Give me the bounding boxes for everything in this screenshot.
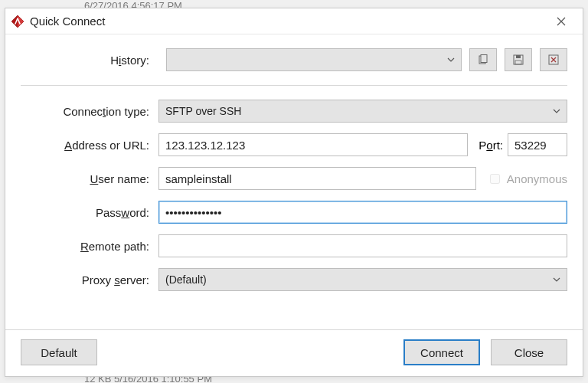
history-row: History: [21, 48, 567, 86]
port-label: Port: [468, 139, 508, 152]
proxy-value: (Default) [165, 273, 207, 286]
remote-path-label: Remote path: [21, 240, 158, 253]
chevron-down-icon [553, 277, 560, 282]
username-input[interactable] [158, 167, 476, 190]
address-label: Address or URL: [21, 139, 158, 152]
chevron-down-icon [553, 109, 560, 113]
history-combo[interactable] [166, 48, 462, 71]
dialog-footer: Default Connect Close [5, 329, 583, 376]
password-input[interactable] [158, 201, 567, 224]
delete-icon [548, 54, 559, 65]
connection-type-label: Connection type: [21, 105, 158, 118]
chevron-down-icon [447, 57, 455, 62]
connection-type-row: Connection type: SFTP over SSH [21, 100, 567, 123]
proxy-label: Proxy server: [21, 273, 158, 286]
anonymous-label: Anonymous [507, 172, 567, 185]
default-button[interactable]: Default [21, 339, 97, 365]
dialog-content: History: [5, 34, 583, 329]
address-row: Address or URL: Port: [21, 133, 567, 156]
password-label: Password: [21, 206, 158, 219]
copy-icon [478, 54, 488, 65]
titlebar: Quick Connect [5, 8, 583, 34]
close-window-button[interactable] [546, 11, 577, 32]
username-row: User name: Anonymous [21, 167, 567, 190]
proxy-row: Proxy server: (Default) [21, 268, 567, 291]
password-row: Password: [21, 201, 567, 224]
username-label: User name: [21, 172, 158, 185]
window-title: Quick Connect [30, 15, 546, 28]
anonymous-checkbox [490, 174, 500, 184]
history-label: History: [21, 54, 158, 67]
history-save-button[interactable] [505, 48, 532, 71]
svg-rect-1 [481, 55, 487, 63]
history-copy-button[interactable] [469, 48, 497, 71]
connection-type-value: SFTP over SSH [165, 105, 241, 117]
proxy-combo[interactable]: (Default) [158, 268, 567, 291]
save-icon [513, 54, 524, 65]
remote-path-row: Remote path: [21, 234, 567, 257]
svg-rect-3 [516, 55, 521, 58]
address-input[interactable] [158, 133, 468, 156]
connection-type-combo[interactable]: SFTP over SSH [158, 100, 567, 123]
remote-path-input[interactable] [158, 234, 567, 257]
history-delete-button[interactable] [540, 48, 567, 71]
close-icon [557, 17, 566, 26]
connect-button[interactable]: Connect [403, 339, 480, 365]
svg-rect-4 [515, 61, 521, 64]
port-input[interactable] [508, 133, 567, 156]
close-button[interactable]: Close [491, 339, 567, 365]
quick-connect-dialog: Quick Connect History: [5, 8, 583, 377]
anonymous-checkbox-group: Anonymous [487, 172, 567, 186]
app-icon [10, 14, 25, 29]
